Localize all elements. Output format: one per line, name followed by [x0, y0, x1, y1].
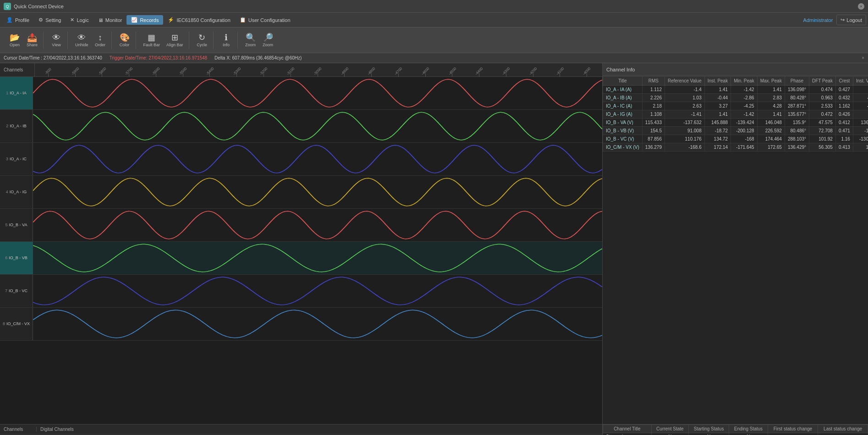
order-icon: ↕: [98, 33, 102, 42]
alignbar-button[interactable]: ⊞ Align Bar: [164, 33, 186, 48]
channel-info-body: IO_A - IA (A)1.112-1.41.41-1.421.41136.0…: [603, 86, 868, 152]
digital-status-cell: N: [729, 433, 768, 435]
channel-info-cell: 136.512: [853, 119, 868, 127]
waveform-svg: [33, 176, 602, 208]
alignbar-icon: ⊞: [171, 33, 178, 42]
waveform-canvas: [33, 77, 602, 109]
order-button[interactable]: ↕ Order: [92, 33, 109, 48]
share-button[interactable]: 📤 Share: [24, 33, 40, 48]
timeline: -600 -5900 -5800 -5700 -5600 -5500 -5400…: [35, 63, 600, 77]
view-icon: 👁: [52, 33, 60, 42]
channel-info-cell: 0.474: [809, 86, 836, 94]
open-icon: 📂: [10, 33, 20, 42]
channel-info-cell: 1.41: [757, 86, 785, 94]
waveform-svg: [33, 308, 602, 340]
channel-info-cell: 115.433: [642, 119, 665, 127]
channel-data-table: TitleRMSReference ValueInst. PeakMin. Pe…: [603, 76, 868, 152]
channel-info-cell: -0.44: [853, 94, 868, 102]
digital-status-cell: N: [651, 433, 688, 435]
channel-info-cell: 288.103°: [785, 135, 809, 143]
channel-info-col-header: Crest: [835, 76, 853, 86]
channel-label: 1 IO_A - IA: [0, 77, 33, 109]
waveform-row: 1 IO_A - IA: [0, 77, 602, 110]
channel-info-cell: -168: [731, 135, 757, 143]
channel-label: 6 IO_B - VB: [0, 242, 33, 274]
toolbar-group-info: ℹ Info: [215, 32, 238, 49]
digital-status-cell: [818, 433, 868, 435]
waveform-canvas: [33, 176, 602, 208]
toolbar-group-unhide: 👁 Unhide ↕ Order: [70, 32, 112, 49]
menu-item-logic[interactable]: ✕ Logic: [66, 15, 93, 25]
channel-info-col-header: Max. Peak: [757, 76, 785, 86]
waveform-panel: Channels -600 -5900 -5800 -5700 -5600 -5…: [0, 63, 602, 424]
timeline-tick: -5800: [89, 69, 116, 77]
channel-info-cell: IO_A - IB (A): [603, 94, 643, 102]
waveform-rows: 1 IO_A - IA 2 IO_A - IB 3 IO_A - IC 4 IO…: [0, 77, 602, 424]
unhide-button[interactable]: 👁 Unhide: [72, 33, 91, 48]
digital-status-cell: Stopped: [603, 433, 652, 435]
toolbar-group-cycle: ↻ Cycle: [191, 32, 214, 49]
zoom-in-button[interactable]: 🔍 Zoom: [242, 33, 259, 48]
digital-status-cell: N: [689, 433, 729, 435]
digital-status-col-header: First status change: [768, 425, 818, 433]
close-button[interactable]: ×: [858, 3, 864, 10]
channel-info-cell: 1.41: [704, 110, 731, 119]
zoom-out-icon: 🔎: [263, 33, 273, 42]
channel-info-cell: 1.41: [757, 110, 785, 119]
view-button[interactable]: 👁 View: [48, 33, 65, 48]
channel-info-cell: 135.677°: [785, 110, 809, 119]
waveform-svg: [33, 110, 602, 142]
channel-info-cell: -4.25: [731, 102, 757, 110]
menu-item-monitor[interactable]: 🖥 Monitor: [93, 16, 127, 25]
channel-info-row: IO_A - IB (A)2.2261.03-0.44-2.862.8380.4…: [603, 94, 868, 102]
menu-item-iec61850[interactable]: ⚡ IEC61850 Configuration: [163, 15, 235, 25]
channel-info-cell: -130.048: [853, 135, 868, 143]
channel-label: 4 IO_A - IG: [0, 176, 33, 208]
channel-info-cell: 134.72: [704, 135, 731, 143]
channel-info-table[interactable]: TitleRMSReference ValueInst. PeakMin. Pe…: [603, 76, 868, 424]
info-button[interactable]: ℹ Info: [218, 33, 235, 48]
color-button[interactable]: 🎨 Color: [116, 33, 133, 48]
timeline-tick: -5300: [223, 69, 250, 77]
logout-button[interactable]: ↪ Logout: [836, 15, 866, 25]
waveform-svg: [33, 209, 602, 241]
timeline-tick: -4000: [573, 69, 600, 77]
logic-icon: ✕: [70, 17, 74, 23]
open-button[interactable]: 📂 Open: [6, 33, 23, 48]
unhide-icon: 👁: [77, 33, 86, 42]
waveform-row: 5 IO_B - VA: [0, 209, 602, 242]
close-status-icon[interactable]: ×: [862, 55, 864, 60]
menu-bar: 👤 Profile ⚙ Setting ✕ Logic 🖥 Monitor 📈 …: [0, 13, 868, 27]
channel-info-cell: 2.63: [665, 102, 704, 110]
channel-info-cell: 1.112: [642, 86, 665, 94]
channel-info-row: IO_A - IA (A)1.112-1.41.41-1.421.41136.0…: [603, 86, 868, 94]
digital-status-col-header: Channel Title: [603, 425, 652, 433]
profile-icon: 👤: [6, 17, 13, 23]
menu-item-profile[interactable]: 👤 Profile: [2, 15, 34, 25]
zoom-out-button[interactable]: 🔎 Zoom: [260, 33, 276, 48]
channel-info-cell: 0.432: [835, 94, 853, 102]
channel-info-cell: -18.72: [853, 127, 868, 135]
digital-status-col-header: Ending Status: [729, 425, 768, 433]
channel-info-cell: 287.871°: [785, 102, 809, 110]
channel-info-cell: 135.9°: [785, 119, 809, 127]
toolbar-group-file: 📂 Open 📤 Share: [4, 32, 44, 49]
waveform-row: 7 IO_B - VC: [0, 275, 602, 308]
cycle-button[interactable]: ↻ Cycle: [194, 33, 210, 48]
channel-info-row: IO_C/M - VX (V)136.279-168.6172.14-171.6…: [603, 143, 868, 152]
menu-item-records[interactable]: 📈 Records: [126, 15, 163, 25]
channel-info-col-header: Title: [603, 76, 643, 86]
timeline-tick: -4900: [331, 69, 358, 77]
channel-info-cell: 1.32: [853, 86, 868, 94]
menu-item-userconfig[interactable]: 📋 User Configuration: [235, 15, 295, 25]
menu-item-setting[interactable]: ⚙ Setting: [34, 15, 66, 25]
channel-info-col-header: RMS: [642, 76, 665, 86]
faultbar-button[interactable]: ▦ Fault Bar: [141, 33, 163, 48]
channel-info-cell: 0.471: [835, 127, 853, 135]
channel-info-col-header: Min. Peak: [731, 76, 757, 86]
digital-waveform: Channels Digital Channels 10111213141516…: [0, 424, 602, 435]
timeline-tick: -5700: [115, 69, 143, 77]
iec-icon: ⚡: [168, 17, 174, 23]
channel-info-cell: 174.464: [757, 135, 785, 143]
channel-info-cell: -3.31: [853, 102, 868, 110]
